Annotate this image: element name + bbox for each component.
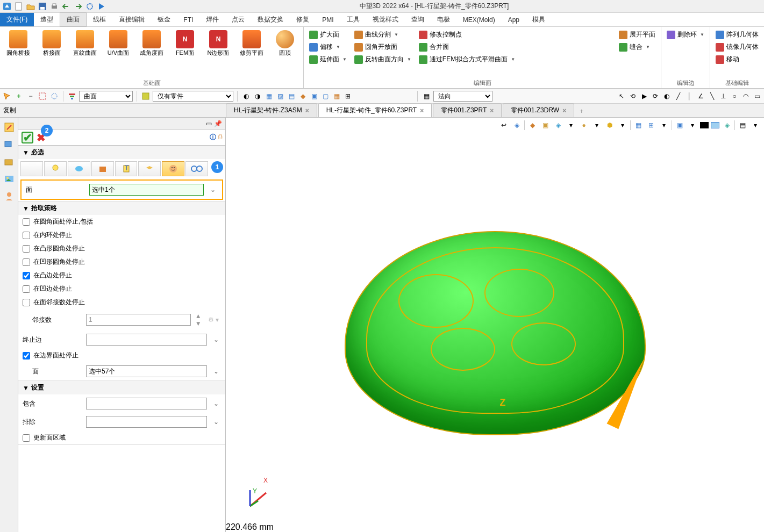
help-icon[interactable]: ⎙	[218, 133, 222, 142]
remove-icon[interactable]: −	[26, 91, 35, 101]
combo-surface[interactable]: 曲面	[79, 91, 133, 102]
tb-nav-3[interactable]: ▶	[639, 91, 649, 101]
filter-text[interactable]: T	[115, 161, 138, 176]
section-header-required[interactable]: ▼必选	[18, 146, 225, 159]
check-update-region[interactable]: 更新面区域	[18, 431, 225, 444]
vt-dd5[interactable]: ▾	[687, 120, 698, 131]
confirm-button[interactable]: ✔	[22, 132, 33, 143]
tb-misc-4[interactable]: ▨	[275, 91, 285, 101]
vt-split-icon[interactable]: ▤	[737, 120, 748, 131]
expand-icon[interactable]: ⌄	[211, 336, 221, 343]
undo-icon[interactable]	[61, 2, 71, 11]
menu-query[interactable]: 查询	[405, 13, 431, 26]
tb-misc-10[interactable]: ⊞	[343, 91, 353, 101]
coordinate-gizmo[interactable]: X Y	[242, 482, 274, 516]
tb-misc-9[interactable]: ▦	[332, 91, 341, 101]
side-tree-icon[interactable]	[3, 138, 16, 151]
check-face-adjacency[interactable]: 在面邻接数处停止	[18, 296, 225, 309]
vt-screen-icon[interactable]: ▣	[674, 120, 685, 131]
btn-pattern-geometry[interactable]: 阵列几何体	[713, 29, 761, 40]
vt-blue-icon[interactable]	[711, 122, 719, 128]
menu-fti[interactable]: FTI	[177, 14, 199, 26]
open-icon[interactable]	[26, 2, 35, 11]
btn-delete-loop[interactable]: 删除环▼	[665, 29, 706, 40]
close-icon[interactable]: ×	[490, 107, 494, 114]
input-boundary-face[interactable]	[86, 365, 207, 377]
info-icon[interactable]: ⓘ	[210, 133, 216, 142]
btn-enlarge-face[interactable]: 扩大面	[307, 29, 349, 40]
tb-line-2[interactable]: │	[684, 91, 694, 101]
vt-dd3[interactable]: ▾	[617, 120, 628, 131]
lasso-icon[interactable]	[49, 91, 59, 101]
vt-cube-icon[interactable]: ◈	[553, 120, 563, 131]
settings-icon[interactable]	[85, 2, 95, 11]
filter-face[interactable]	[162, 161, 184, 176]
spinner-up[interactable]: ▲	[195, 312, 202, 320]
menu-pmi[interactable]: PMI	[316, 14, 340, 26]
viewport-3d[interactable]: ↩ ◈ ◆ ▣ ◈ ▾ ● ▾ ⬢ ▾ ▦ ⊞ ▾ ▣ ▾ ◈ ▤ ▾	[226, 118, 764, 532]
menu-pointcloud[interactable]: 点云	[225, 13, 251, 26]
menu-data-exchange[interactable]: 数据交换	[251, 13, 290, 26]
input-stop-edge[interactable]	[86, 334, 207, 346]
check-convex-edge[interactable]: 在凸边处停止	[18, 269, 225, 282]
tb-misc-5[interactable]: ▤	[287, 91, 296, 101]
btn-modify-ctrl-pts[interactable]: 修改控制点	[417, 29, 517, 40]
redo-icon[interactable]	[73, 2, 83, 11]
filter-light[interactable]	[44, 161, 67, 176]
tab-add[interactable]: +	[575, 105, 588, 117]
vt-teal-icon[interactable]: ◈	[722, 120, 732, 131]
menu-file[interactable]: 文件(F)	[0, 13, 34, 26]
menu-surface[interactable]: 曲面	[60, 12, 87, 27]
btn-uv-surface[interactable]: U/V曲面	[103, 29, 133, 57]
check-fillet-face[interactable]: 在圆角面处停止,包括	[18, 215, 225, 228]
menu-modeling[interactable]: 造型	[34, 13, 60, 26]
add-icon[interactable]: +	[14, 91, 24, 101]
input-adjacency[interactable]	[86, 314, 191, 326]
btn-move[interactable]: 移动	[713, 54, 761, 65]
tab-part001-prt[interactable]: 零件001.Z3PRT×	[433, 103, 502, 117]
btn-mirror-geometry[interactable]: 镜像几何体	[713, 41, 761, 53]
box-select-icon[interactable]	[38, 91, 47, 101]
expand-icon[interactable]: ⚙ ▾	[206, 316, 221, 323]
close-icon[interactable]: ×	[305, 107, 309, 114]
tb-misc-3[interactable]: ▦	[264, 91, 274, 101]
menu-sheetmetal[interactable]: 钣金	[151, 13, 177, 26]
btn-curve-split[interactable]: 曲线分割▼	[352, 29, 413, 40]
check-concave-fillet[interactable]: 在凹形圆角处停止	[18, 255, 225, 269]
expand-icon[interactable]: ⌄	[208, 186, 218, 193]
btn-merge-face[interactable]: 合并面	[417, 41, 517, 53]
model-3d[interactable]: Z	[323, 199, 667, 468]
vt-shade-icon[interactable]: ◆	[527, 120, 538, 131]
vt-back-icon[interactable]: ↩	[498, 120, 509, 131]
app-icon[interactable]	[2, 2, 12, 11]
vt-dd4[interactable]: ▾	[659, 120, 669, 131]
menu-tools[interactable]: 工具	[340, 13, 366, 26]
panel-min-icon[interactable]: ▭	[206, 120, 212, 127]
tb-misc-1[interactable]: ◐	[241, 91, 251, 101]
tb-misc-6[interactable]: ◆	[298, 91, 308, 101]
btn-fillet-open-face[interactable]: 圆角开放面	[352, 41, 413, 53]
side-layer-icon[interactable]	[3, 155, 16, 168]
combo-parts-only[interactable]: 仅有零件	[153, 91, 233, 102]
tb-line-8[interactable]: ▭	[752, 91, 762, 101]
expand-icon[interactable]: ⌄	[211, 418, 221, 426]
tab-part60[interactable]: HL-行星架-铸件_零件60.Z3PRT×	[318, 103, 432, 117]
scope-icon[interactable]	[141, 91, 151, 101]
input-exclude[interactable]	[86, 416, 207, 428]
vt-box-icon[interactable]: ▣	[540, 120, 551, 131]
tb-line-4[interactable]: ╲	[707, 91, 717, 101]
filter-all[interactable]	[20, 161, 43, 176]
combo-normal[interactable]: 法向	[433, 91, 492, 102]
tb-misc-8[interactable]: ▢	[320, 91, 330, 101]
side-user-icon[interactable]	[3, 190, 16, 203]
new-icon[interactable]	[14, 2, 24, 11]
tb-line-6[interactable]: ○	[730, 91, 739, 101]
btn-fem-surface[interactable]: NFEM面	[170, 29, 200, 57]
menu-mold[interactable]: 模具	[526, 13, 552, 26]
tb-line-3[interactable]: ∠	[696, 91, 705, 101]
close-icon[interactable]: ×	[420, 107, 424, 114]
side-edit-icon[interactable]	[3, 121, 16, 134]
btn-ruled-surface[interactable]: 直纹曲面	[70, 29, 100, 57]
spinner-down[interactable]: ▼	[195, 320, 202, 327]
tb-misc-7[interactable]: ▣	[309, 91, 319, 101]
